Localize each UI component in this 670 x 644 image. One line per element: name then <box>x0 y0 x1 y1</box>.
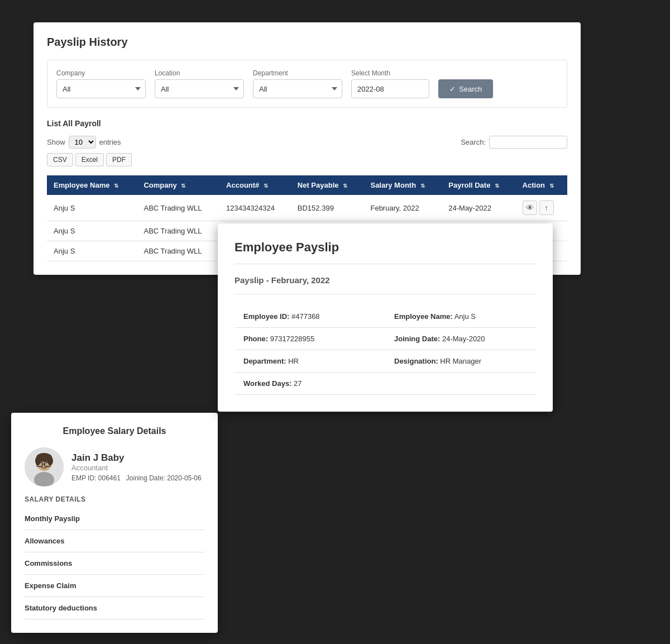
sort-account-icon: ⇅ <box>264 183 268 189</box>
payslip-joining-date-field: Joining Date: 24-May-2020 <box>385 328 536 350</box>
designation-value: HR Manager <box>440 357 481 365</box>
department-value: HR <box>288 357 299 365</box>
table-cell-0: Anju S <box>47 241 137 261</box>
table-row: Anju SABC Trading WLL123434324324BD152.3… <box>47 195 567 221</box>
table-cell-1: ABC Trading WLL <box>137 195 219 221</box>
pdf-button[interactable]: PDF <box>106 153 132 166</box>
select-month-input[interactable] <box>351 79 429 98</box>
entries-label: entries <box>99 138 121 146</box>
employee-role: Accountant <box>71 464 202 472</box>
payslip-worked-days-field: Worked Days: 27 <box>234 373 536 395</box>
payslip-subtitle: Payslip - February, 2022 <box>234 275 536 294</box>
table-cell-5: 24-May-2022 <box>442 195 515 221</box>
action-cell: 👁 ↑ <box>516 195 567 221</box>
export-buttons-row: CSV Excel PDF <box>47 153 132 166</box>
col-net-payable[interactable]: Net Payable ⇅ <box>291 175 364 195</box>
table-cell-0: Anju S <box>47 195 137 221</box>
payslip-subtitle-month: February, 2022 <box>271 275 330 285</box>
sort-payroll-date-icon: ⇅ <box>495 183 499 189</box>
payslip-department-field: Department: HR <box>234 350 385 373</box>
emp-joining-date-value: 2020-05-06 <box>167 474 201 482</box>
employee-name-label: Employee Name: <box>394 312 453 321</box>
employee-avatar <box>25 447 64 486</box>
company-select[interactable]: All <box>56 79 146 98</box>
joining-date-label: Joining Date: <box>394 335 440 343</box>
col-account[interactable]: Account# ⇅ <box>219 175 291 195</box>
salary-menu-item[interactable]: Allowances <box>25 530 204 552</box>
col-action[interactable]: Action ⇅ <box>516 175 567 195</box>
col-salary-month[interactable]: Salary Month ⇅ <box>363 175 442 195</box>
department-label: Department <box>253 69 342 77</box>
salary-menu-item[interactable]: Commissions <box>25 552 204 575</box>
sort-employee-name-icon: ⇅ <box>114 183 118 189</box>
worked-days-value: 27 <box>294 379 302 388</box>
employee-name-profile: Jain J Baby <box>71 452 202 464</box>
action-icons: 👁 ↑ <box>523 201 561 215</box>
payslip-subtitle-prefix: Payslip - <box>234 275 271 285</box>
worked-days-label: Worked Days: <box>243 379 291 388</box>
salary-menu: Monthly PayslipAllowancesCommissionsExpe… <box>25 508 204 619</box>
emp-id-value: 006461 <box>98 474 121 482</box>
select-month-filter-group: Select Month <box>351 69 429 98</box>
col-company[interactable]: Company ⇅ <box>137 175 219 195</box>
search-button[interactable]: ✓ Search <box>438 79 493 98</box>
location-select[interactable]: All <box>155 79 244 98</box>
employee-name-value: Anju S <box>454 312 476 321</box>
payslip-popup-title: Employee Payslip <box>234 240 536 264</box>
employee-id-value: #477368 <box>291 312 320 321</box>
search-check-icon: ✓ <box>449 85 456 93</box>
upload-action-button[interactable]: ↑ <box>539 201 554 215</box>
payslip-phone-field: Phone: 97317228955 <box>234 328 385 350</box>
show-label: Show <box>47 138 65 146</box>
joining-date-value: 24-May-2020 <box>442 335 485 343</box>
salary-menu-item[interactable]: Monthly Payslip <box>25 508 204 530</box>
department-filter-group: Department All <box>253 69 342 98</box>
table-search-input[interactable] <box>489 136 567 149</box>
employee-info: Jain J Baby Accountant EMP ID: 006461 Jo… <box>71 452 202 482</box>
salary-menu-item[interactable]: Expense Claim <box>25 575 204 597</box>
table-header-row: Employee Name ⇅ Company ⇅ Account# ⇅ Net… <box>47 175 567 195</box>
list-header: List All Payroll <box>47 119 567 128</box>
payslip-employee-name-field: Employee Name: Anju S <box>385 306 536 328</box>
csv-button[interactable]: CSV <box>47 153 73 166</box>
employee-profile: Jain J Baby Accountant EMP ID: 006461 Jo… <box>25 447 204 486</box>
salary-panel-title: Employee Salary Details <box>25 426 204 436</box>
company-label: Company <box>56 69 146 77</box>
sort-action-icon: ⇅ <box>549 183 554 189</box>
col-payroll-date[interactable]: Payroll Date ⇅ <box>442 175 515 195</box>
svg-point-4 <box>35 456 41 465</box>
employee-payslip-popup: Employee Payslip Payslip - February, 202… <box>218 223 553 412</box>
table-cell-1: ABC Trading WLL <box>137 241 219 261</box>
department-label: Department: <box>243 357 286 365</box>
phone-label: Phone: <box>243 335 268 343</box>
table-cell-1: ABC Trading WLL <box>137 221 219 241</box>
salary-menu-item[interactable]: Statutory deductions <box>25 597 204 619</box>
designation-label: Designation: <box>394 357 438 365</box>
payslip-employee-id-field: Employee ID: #477368 <box>234 306 385 328</box>
employee-salary-details-panel: Employee Salary Details <box>11 413 218 633</box>
table-search-box: Search: <box>461 136 567 149</box>
table-cell-2: 123434324324 <box>219 195 291 221</box>
select-month-label: Select Month <box>351 69 429 77</box>
department-select[interactable]: All <box>253 79 342 98</box>
location-filter-group: Location All <box>155 69 244 98</box>
panel-title: Payslip History <box>47 36 567 49</box>
search-button-label: Search <box>459 85 482 93</box>
employee-id-label: Employee ID: <box>243 312 289 321</box>
view-action-button[interactable]: 👁 <box>523 201 537 215</box>
list-bold-text: Payroll <box>75 119 101 128</box>
sort-company-icon: ⇅ <box>181 183 185 189</box>
salary-section-title: SALARY DETAILS <box>25 495 204 503</box>
table-cell-0: Anju S <box>47 221 137 241</box>
entries-count-select[interactable]: 10 <box>69 136 96 149</box>
show-entries-control: Show 10 entries <box>47 136 132 149</box>
col-employee-name[interactable]: Employee Name ⇅ <box>47 175 137 195</box>
table-search-label: Search: <box>461 138 486 146</box>
payslip-details-grid: Employee ID: #477368 Employee Name: Anju… <box>234 306 536 395</box>
phone-value: 97317228955 <box>270 335 315 343</box>
sort-net-payable-icon: ⇅ <box>343 183 347 189</box>
company-filter-group: Company All <box>56 69 146 98</box>
list-all-text: List All <box>47 119 73 128</box>
excel-button[interactable]: Excel <box>75 153 104 166</box>
table-cell-3: BD152.399 <box>291 195 364 221</box>
